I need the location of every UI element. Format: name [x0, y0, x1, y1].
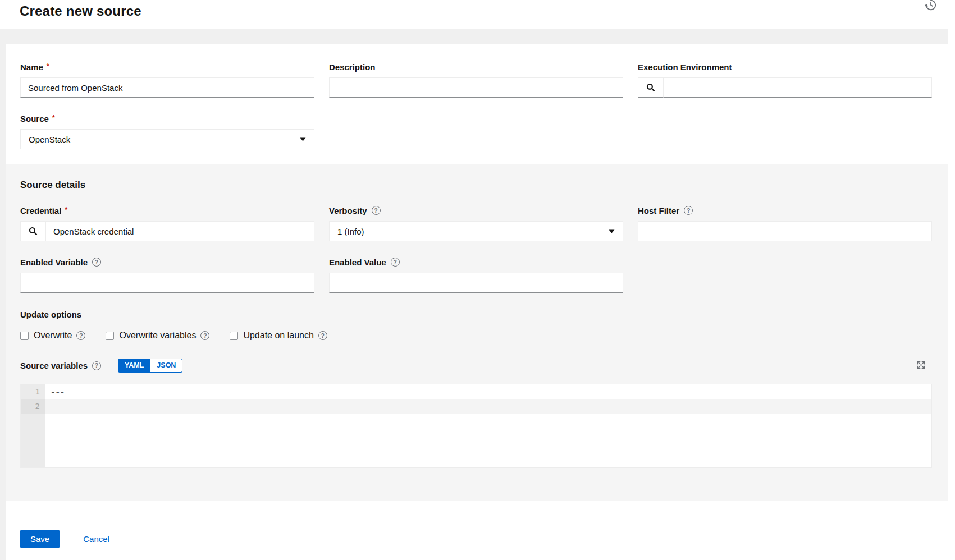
description-field-group: Description [329, 62, 623, 98]
overwrite-checkbox-label: Overwrite [34, 331, 72, 341]
source-select-value: OpenStack [29, 135, 70, 144]
form-top-section: Name * Description Execution Environment [6, 44, 948, 164]
update-on-launch-checkbox-item: Update on launch ? [230, 331, 327, 341]
help-icon[interactable]: ? [200, 331, 209, 340]
verbosity-field-group: Verbosity ? 1 (Info) [329, 205, 623, 241]
page-header: Create new source [0, 0, 955, 29]
source-variables-label: Source variables [20, 361, 88, 370]
chevron-down-icon [609, 229, 615, 233]
overwrite-variables-checkbox-item: Overwrite variables ? [106, 331, 209, 341]
help-icon[interactable]: ? [92, 258, 101, 267]
execution-environment-label: Execution Environment [638, 62, 732, 72]
search-icon [646, 83, 655, 92]
host-filter-label: Host Filter [638, 206, 679, 215]
source-select[interactable]: OpenStack [20, 129, 314, 149]
line-number: 2 [21, 399, 45, 414]
name-input[interactable] [20, 77, 314, 98]
execution-environment-input[interactable] [663, 77, 932, 98]
format-toggle-group: YAML JSON [118, 359, 182, 373]
code-line: --- [45, 384, 931, 399]
json-toggle-button[interactable]: JSON [150, 359, 182, 373]
enabled-variable-input[interactable] [20, 273, 314, 293]
verbosity-select[interactable]: 1 (Info) [329, 221, 623, 241]
enabled-variable-field-group: Enabled Variable ? [20, 257, 314, 293]
search-icon [29, 227, 38, 236]
description-input[interactable] [329, 77, 623, 98]
update-on-launch-checkbox-label: Update on launch [243, 331, 313, 341]
source-details-section: Source details Credential * [6, 164, 948, 501]
source-label: Source [20, 114, 49, 123]
help-icon[interactable]: ? [391, 258, 400, 267]
credential-input[interactable] [45, 221, 314, 241]
history-icon[interactable] [922, 0, 939, 13]
save-button[interactable]: Save [20, 530, 60, 548]
page-background: Name * Description Execution Environment [0, 29, 955, 560]
overwrite-variables-checkbox-label: Overwrite variables [119, 331, 196, 341]
update-options-group: Update options Overwrite ? Overwrite var… [20, 310, 932, 341]
verbosity-label: Verbosity [329, 206, 367, 215]
overwrite-checkbox[interactable] [20, 332, 29, 340]
verbosity-select-value: 1 (Info) [337, 227, 364, 236]
host-filter-field-group: Host Filter ? [638, 205, 932, 241]
required-asterisk: * [47, 62, 49, 70]
cancel-button[interactable]: Cancel [80, 530, 113, 548]
chevron-down-icon [300, 137, 306, 141]
form-actions: Save Cancel [6, 501, 948, 560]
source-details-heading: Source details [20, 180, 932, 191]
enabled-variable-label: Enabled Variable [20, 258, 88, 267]
credential-field-group: Credential * [20, 205, 314, 241]
update-options-label: Update options [20, 310, 932, 319]
enabled-value-field-group: Enabled Value ? [329, 257, 623, 293]
name-label: Name [20, 62, 43, 72]
execution-environment-field-group: Execution Environment [638, 62, 932, 98]
execution-environment-search-button[interactable] [638, 77, 663, 98]
help-icon[interactable]: ? [92, 361, 101, 370]
expand-icon[interactable] [915, 359, 927, 371]
overwrite-checkbox-item: Overwrite ? [20, 331, 85, 341]
credential-search-button[interactable] [20, 221, 45, 241]
code-line [45, 399, 931, 414]
required-asterisk: * [52, 113, 55, 122]
editor-line-number-gutter: 1 2 [21, 384, 45, 467]
source-field-group: Source * OpenStack [20, 113, 314, 149]
create-source-form-card: Name * Description Execution Environment [6, 44, 948, 560]
required-asterisk: * [65, 205, 67, 214]
yaml-toggle-button[interactable]: YAML [118, 359, 150, 373]
line-number: 1 [21, 384, 45, 399]
help-icon[interactable]: ? [372, 206, 381, 215]
editor-content[interactable]: --- [45, 384, 931, 467]
name-field-group: Name * [20, 62, 314, 98]
overwrite-variables-checkbox[interactable] [106, 332, 114, 340]
yaml-editor[interactable]: 1 2 --- [20, 384, 932, 468]
help-icon[interactable]: ? [318, 331, 327, 340]
page-title: Create new source [20, 3, 938, 19]
update-on-launch-checkbox[interactable] [230, 332, 238, 340]
host-filter-input[interactable] [638, 221, 932, 241]
source-variables-group: Source variables ? YAML JSON [20, 359, 932, 468]
enabled-value-input[interactable] [329, 273, 623, 293]
help-icon[interactable]: ? [684, 206, 693, 215]
credential-label: Credential [20, 206, 61, 215]
enabled-value-label: Enabled Value [329, 258, 386, 267]
help-icon[interactable]: ? [76, 331, 85, 340]
description-label: Description [329, 62, 376, 72]
scrollbar[interactable] [948, 29, 955, 560]
